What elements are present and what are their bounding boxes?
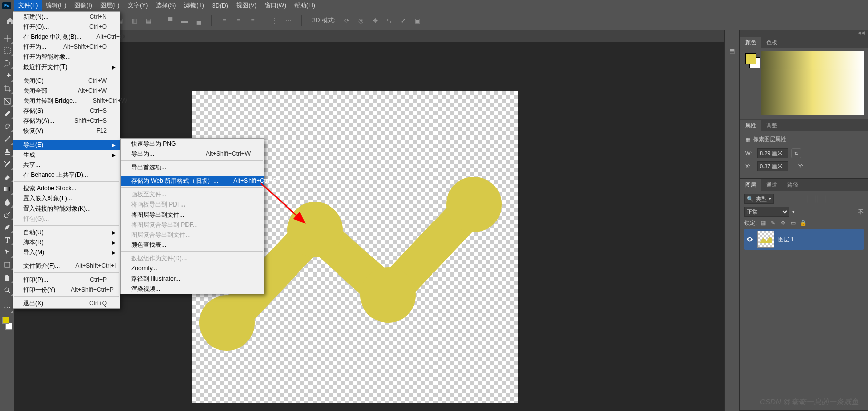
width-input[interactable]	[757, 148, 788, 158]
eyedropper-tool-icon[interactable]	[1, 108, 13, 120]
file-menu-item-21[interactable]: 置入链接的智能对象(K)...	[13, 203, 120, 214]
distribute-top-icon[interactable]: ≡	[219, 15, 230, 26]
menu-view[interactable]: 视图(V)	[232, 0, 261, 11]
file-menu-item-1[interactable]: 打开(O)...Ctrl+O	[13, 22, 120, 32]
file-menu-item-2[interactable]: 在 Bridge 中浏览(B)...Alt+Ctrl+O	[13, 32, 120, 42]
align-hcenter-icon[interactable]: ▥	[129, 15, 140, 26]
export-menu-item-0[interactable]: 快速导出为 PNG	[121, 139, 264, 149]
file-menu-item-9[interactable]: 关闭并转到 Bridge...Shift+Ctrl+W	[13, 96, 120, 106]
menu-type[interactable]: 文字(Y)	[123, 0, 152, 11]
blend-mode-select[interactable]: 正常	[744, 207, 789, 217]
file-menu-item-7[interactable]: 关闭(C)Ctrl+W	[13, 76, 120, 86]
file-menu-item-0[interactable]: 新建(N)...Ctrl+N	[13, 12, 120, 22]
3d-scale-icon[interactable]: ⤢	[398, 15, 409, 26]
lock-pixels-icon[interactable]: ▦	[759, 219, 767, 227]
export-menu-item-5[interactable]: 存储为 Web 所用格式（旧版）...Alt+Shift+Ctrl+S	[121, 176, 264, 186]
layer-filter[interactable]: 🔍 类型 ▾	[744, 194, 774, 204]
lasso-tool-icon[interactable]	[1, 57, 13, 70]
lock-artboard-icon[interactable]: ▭	[789, 219, 797, 227]
distribute-bottom-icon[interactable]: ≡	[247, 15, 258, 26]
lock-position-icon[interactable]: ✥	[779, 219, 787, 227]
brush-tool-icon[interactable]	[1, 133, 13, 145]
menu-image[interactable]: 图像(I)	[70, 0, 96, 11]
export-menu-item-16[interactable]: 路径到 Illustrator...	[121, 273, 264, 284]
file-menu-item-10[interactable]: 存储(S)Ctrl+S	[13, 106, 120, 116]
history-panel-icon[interactable]: ▤	[725, 44, 739, 58]
marquee-tool-icon[interactable]	[1, 45, 13, 57]
menu-select[interactable]: 选择(S)	[152, 0, 180, 11]
export-menu-item-15[interactable]: Zoomify...	[121, 263, 264, 273]
blur-tool-icon[interactable]	[1, 196, 13, 208]
file-menu-item-12[interactable]: 恢复(V)F12	[13, 126, 120, 136]
link-icon[interactable]: ⇅	[791, 148, 801, 158]
file-menu-item-17[interactable]: 在 Behance 上共享(D)...	[13, 170, 120, 180]
crop-tool-icon[interactable]	[1, 83, 13, 95]
file-menu-item-15[interactable]: 生成▶	[13, 150, 120, 160]
file-menu-item-14[interactable]: 导出(E)▶	[13, 140, 120, 150]
align-vcenter-icon[interactable]: ▬	[179, 15, 190, 26]
tab-layers[interactable]: 图层	[740, 179, 761, 191]
file-menu-item-33[interactable]: 退出(X)Ctrl+Q	[13, 298, 120, 308]
menu-edit[interactable]: 编辑(E)	[42, 0, 70, 11]
tab-color[interactable]: 颜色	[740, 37, 761, 48]
path-select-icon[interactable]	[1, 246, 13, 258]
file-menu-item-3[interactable]: 打开为...Alt+Shift+Ctrl+O	[13, 42, 120, 52]
3d-roll-icon[interactable]: ◎	[355, 15, 366, 26]
menu-window[interactable]: 窗口(W)	[261, 0, 290, 11]
frame-tool-icon[interactable]	[1, 95, 13, 107]
3d-pan-icon[interactable]: ✥	[369, 15, 381, 26]
color-ramp[interactable]	[761, 51, 864, 115]
file-menu-item-16[interactable]: 共享...	[13, 160, 120, 170]
menu-layer[interactable]: 图层(L)	[96, 0, 124, 11]
more-icon[interactable]: ⋯	[283, 15, 294, 26]
file-menu-item-28[interactable]: 文件简介(F)...Alt+Shift+Ctrl+I	[13, 261, 120, 271]
file-menu-item-11[interactable]: 存储为(A)...Shift+Ctrl+S	[13, 116, 120, 126]
align-bottom-icon[interactable]: ▄	[193, 15, 204, 26]
distribute-left-icon[interactable]: ⋮	[269, 15, 280, 26]
dodge-tool-icon[interactable]	[1, 209, 13, 221]
visibility-icon[interactable]	[746, 236, 753, 243]
lock-brush-icon[interactable]: ✎	[769, 219, 777, 227]
layer-filter-icons[interactable]	[777, 195, 826, 203]
menu-3d[interactable]: 3D(D)	[208, 1, 232, 11]
gradient-tool-icon[interactable]	[1, 183, 13, 195]
file-menu-item-26[interactable]: 导入(M)▶	[13, 247, 120, 257]
history-brush-icon[interactable]	[1, 158, 13, 170]
file-menu-item-25[interactable]: 脚本(R)▶	[13, 237, 120, 247]
3d-camera-icon[interactable]: ▣	[412, 15, 423, 26]
tab-channels[interactable]: 通道	[761, 179, 782, 191]
file-menu-item-19[interactable]: 搜索 Adobe Stock...	[13, 183, 120, 193]
hand-tool-icon[interactable]	[1, 271, 13, 284]
export-menu-item-12[interactable]: 颜色查找表...	[121, 240, 264, 250]
file-menu-item-20[interactable]: 置入嵌入对象(L)...	[13, 193, 120, 203]
tab-adjust[interactable]: 调整	[761, 120, 782, 131]
menu-help[interactable]: 帮助(H)	[290, 0, 319, 11]
edit-toolbar-icon[interactable]: ⋯	[1, 301, 13, 313]
x-input[interactable]	[757, 161, 788, 171]
move-tool-icon[interactable]	[1, 32, 13, 44]
fg-bg-swatch[interactable]	[1, 316, 13, 331]
file-menu-item-8[interactable]: 关闭全部Alt+Ctrl+W	[13, 86, 120, 96]
eraser-tool-icon[interactable]	[1, 171, 13, 183]
heal-tool-icon[interactable]	[1, 120, 13, 132]
menu-file[interactable]: 文件(F)	[14, 0, 42, 11]
export-menu-item-3[interactable]: 导出首选项...	[121, 162, 264, 172]
file-menu-item-31[interactable]: 打印一份(Y)Alt+Shift+Ctrl+P	[13, 285, 120, 295]
export-menu-item-9[interactable]: 将图层导出到文件...	[121, 210, 264, 220]
file-menu-item-5[interactable]: 最近打开文件(T)▶	[13, 62, 120, 72]
export-menu-item-1[interactable]: 导出为...Alt+Shift+Ctrl+W	[121, 149, 264, 159]
stamp-tool-icon[interactable]	[1, 146, 13, 158]
zoom-tool-icon[interactable]	[1, 284, 13, 296]
distribute-vcenter-icon[interactable]: ≡	[233, 15, 244, 26]
export-menu-item-17[interactable]: 渲染视频...	[121, 284, 264, 294]
align-right-icon[interactable]: ▤	[143, 15, 154, 26]
foreground-swatch[interactable]	[745, 53, 756, 64]
tab-properties[interactable]: 属性	[740, 120, 761, 131]
3d-orbit-icon[interactable]: ⟳	[341, 15, 352, 26]
file-menu-item-4[interactable]: 打开为智能对象...	[13, 52, 120, 62]
wand-tool-icon[interactable]	[1, 70, 13, 82]
pen-tool-icon[interactable]	[1, 221, 13, 233]
tab-swatches[interactable]: 色板	[761, 37, 782, 48]
layer-name[interactable]: 图层 1	[778, 236, 794, 243]
align-top-icon[interactable]: ▀	[165, 15, 176, 26]
